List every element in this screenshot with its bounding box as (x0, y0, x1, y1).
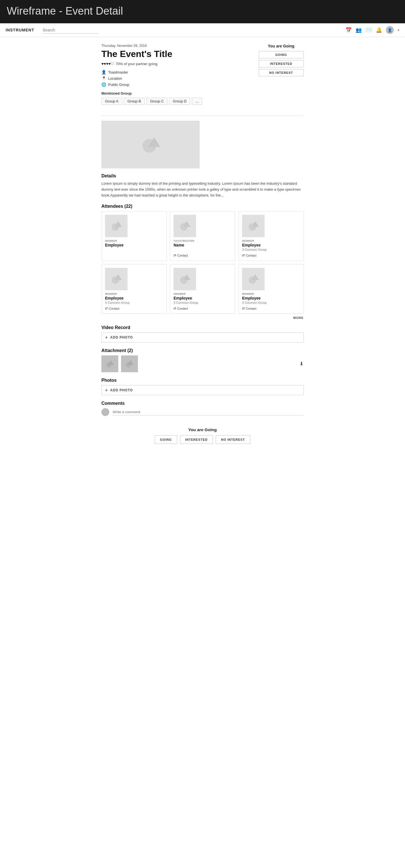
bottom-rsvp-status: You are Going (102, 427, 303, 432)
contact-button-2[interactable]: ⇄ Contact (174, 253, 188, 257)
details-title: Details (102, 174, 303, 179)
comment-row (102, 408, 303, 416)
search-input[interactable] (42, 27, 98, 34)
photos-title: Photos (102, 378, 303, 383)
event-date: Thursday, November 29, 2019 (102, 44, 250, 48)
attendee-avatar-2 (174, 215, 196, 237)
attendee-name-3: Employee (242, 243, 261, 247)
location-label: Location (108, 76, 122, 81)
add-photo-plus-icon: + (105, 388, 108, 393)
rsvp-buttons: GOING INTERESTED NO INTEREST (259, 51, 303, 76)
toastmaster-label: Toastmaster (108, 70, 128, 74)
add-photo-bar[interactable]: + ADD PHOTO (102, 385, 303, 395)
attendee-role-4: MEMBER (105, 292, 117, 295)
bottom-interested-button[interactable]: INTERESTED (180, 435, 213, 444)
share-icon-5: ⇄ (174, 307, 176, 310)
share-icon-2: ⇄ (174, 253, 176, 257)
group-tag-c[interactable]: Group C (146, 98, 167, 105)
event-left: Thursday, November 29, 2019 The Event's … (102, 44, 250, 110)
attendee-card-4: MEMBER Employee 3 Common Group ⇄ Contact (102, 264, 167, 314)
user-dropdown-chevron[interactable]: ▾ (398, 28, 399, 32)
event-top-section: Thursday, November 29, 2019 The Event's … (102, 44, 303, 110)
event-right-rsvp: You are Going GOING INTERESTED NO INTERE… (259, 44, 303, 76)
rsvp-section: You are Going GOING INTERESTED NO INTERE… (259, 44, 303, 76)
attendee-name-5: Employee (174, 296, 192, 300)
bottom-going-button[interactable]: GOING (155, 435, 177, 444)
globe-icon: 🌐 (102, 82, 106, 87)
attendee-group-4: 3 Common Group (105, 301, 129, 304)
group-tag-b[interactable]: Group B (124, 98, 145, 105)
hearts-icons: ♥♥♥♥♡ (102, 61, 114, 66)
interested-button[interactable]: INTERESTED (259, 60, 303, 67)
attendee-card-6: MEMBER Employee 3 Common Group ⇄ Contact (238, 264, 303, 314)
attachment-title: Attachment (2) (102, 348, 303, 353)
group-tag-a[interactable]: Group A (102, 98, 122, 105)
mentioned-group-label: Mentioned Group (102, 91, 250, 95)
group-tag-d[interactable]: Group D (169, 98, 190, 105)
attendee-avatar-3 (242, 215, 265, 237)
attendee-group-3: 3 Common Group (242, 248, 266, 251)
add-video-bar[interactable]: + ADD PHOTO (102, 332, 303, 342)
event-meta: 👤 Toastmaster 📍 Location 🌐 Public Group (102, 70, 250, 87)
commenter-avatar (102, 408, 109, 416)
bell-icon[interactable]: 🔔 (376, 27, 382, 33)
no-interest-button[interactable]: NO INTEREST (259, 69, 303, 76)
share-icon-4: ⇄ (105, 307, 108, 310)
attendee-avatar-6 (242, 268, 265, 290)
hearts-text: 70% of your partner going (115, 62, 157, 66)
add-video-label: ADD PHOTO (110, 336, 133, 339)
event-title: The Event's Title (102, 49, 250, 59)
location-icon: 📍 (102, 76, 106, 81)
attendee-card-1: MEMBER Employee (102, 211, 167, 261)
group-tag-more[interactable]: ... (192, 98, 202, 105)
mail-icon[interactable]: ✉️ (366, 27, 372, 33)
attendees-title: Attendees (22) (102, 204, 303, 209)
person-icon: 👤 (102, 70, 106, 74)
banner-title: Wireframe - Event Detail (7, 5, 398, 17)
group-label: Public Group (108, 83, 129, 87)
banner: Wireframe - Event Detail (0, 0, 405, 23)
attendees-count: (22) (124, 204, 132, 209)
going-button[interactable]: GOING (259, 51, 303, 58)
people-icon[interactable]: 👥 (355, 27, 362, 33)
attendee-role-3: MEMBER (242, 240, 254, 242)
toastmaster-item: 👤 Toastmaster (102, 70, 250, 74)
attendee-name-1: Employee (105, 243, 123, 247)
bottom-no-interest-button[interactable]: NO INTEREST (216, 435, 250, 444)
more-link[interactable]: MORE (102, 316, 303, 319)
contact-button-6[interactable]: ⇄ Contact (242, 307, 256, 310)
bottom-rsvp-section: You are Going GOING INTERESTED NO INTERE… (102, 422, 303, 450)
attendee-card-2: TOASTMASTER Name ⇄ Contact (170, 211, 235, 261)
attendee-card-5: MEMBER Employee 3 Common Group ⇄ Contact (170, 264, 235, 314)
group-item: 🌐 Public Group (102, 82, 250, 87)
contact-button-3[interactable]: ⇄ Contact (242, 253, 256, 257)
attendee-avatar-5 (174, 268, 196, 290)
add-photo-label: ADD PHOTO (110, 388, 133, 392)
calendar-icon[interactable]: 📅 (345, 27, 352, 33)
attendee-role-6: MEMBER (242, 292, 254, 295)
attendee-name-2: Name (174, 243, 184, 247)
attachment-thumb-2 (121, 355, 138, 372)
avatar[interactable]: 👤 (386, 26, 394, 34)
share-icon-3: ⇄ (242, 253, 244, 257)
add-video-plus-icon: + (105, 335, 108, 340)
event-hearts: ♥♥♥♥♡ 70% of your partner going (102, 61, 250, 66)
nav-logo: INSTRUMENT (6, 28, 34, 32)
attendee-card-3: MEMBER Employee 3 Common Group ⇄ Contact (238, 211, 303, 261)
attendees-grid: MEMBER Employee TOASTMASTER Name ⇄ Conta… (102, 211, 303, 314)
video-record-title: Video Record (102, 325, 303, 330)
attendee-group-5: 3 Common Group (174, 301, 198, 304)
contact-button-4[interactable]: ⇄ Contact (105, 307, 119, 310)
comment-input[interactable] (112, 409, 303, 415)
attendee-avatar-4 (105, 268, 127, 290)
contact-button-5[interactable]: ⇄ Contact (174, 307, 188, 310)
attachment-count: (2) (127, 348, 133, 353)
navbar: INSTRUMENT 📅 👥 ✉️ 🔔 👤 ▾ (0, 23, 405, 37)
download-icon[interactable]: ⬇ (299, 361, 303, 367)
details-text: Lorem Ipsum is simply dummy text of the … (102, 181, 303, 198)
nav-icons: 📅 👥 ✉️ 🔔 👤 ▾ (345, 26, 399, 34)
location-item: 📍 Location (102, 76, 250, 81)
attendee-avatar-1 (105, 215, 127, 237)
attendee-group-6: 3 Common Group (242, 301, 266, 304)
share-icon-6: ⇄ (242, 307, 244, 310)
